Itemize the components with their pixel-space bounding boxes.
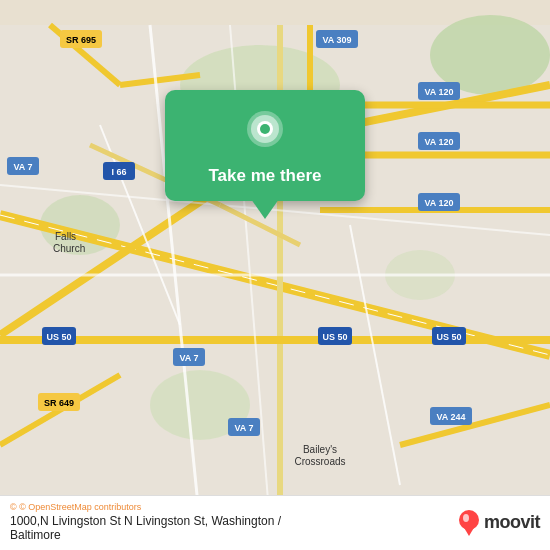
location-popup: Take me there: [165, 90, 365, 201]
svg-text:VA 7: VA 7: [179, 353, 198, 363]
svg-text:VA 7: VA 7: [13, 162, 32, 172]
attribution-text: © OpenStreetMap contributors: [19, 502, 141, 512]
svg-text:Crossroads: Crossroads: [294, 456, 345, 467]
svg-text:Falls: Falls: [55, 231, 76, 242]
svg-point-66: [463, 514, 469, 522]
osm-attribution: © © OpenStreetMap contributors: [10, 502, 281, 512]
svg-text:VA 120: VA 120: [424, 87, 453, 97]
map-container: SR 695 VA 309 VA 120 VA 120 VA 120 VA 7 …: [0, 0, 550, 550]
svg-text:US 50: US 50: [46, 332, 71, 342]
svg-text:US 50: US 50: [436, 332, 461, 342]
svg-text:VA 7: VA 7: [234, 423, 253, 433]
svg-text:US 50: US 50: [322, 332, 347, 342]
address-section: © © OpenStreetMap contributors 1000,N Li…: [10, 502, 281, 542]
svg-text:VA 120: VA 120: [424, 198, 453, 208]
moovit-pin-icon: [458, 508, 480, 536]
svg-text:SR 649: SR 649: [44, 398, 74, 408]
moovit-logo: moovit: [458, 508, 540, 536]
address-text: 1000,N Livingston St N Livingston St, Wa…: [10, 514, 281, 542]
svg-text:I 66: I 66: [111, 167, 126, 177]
moovit-brand-name: moovit: [484, 512, 540, 533]
svg-text:VA 309: VA 309: [322, 35, 351, 45]
map-svg: SR 695 VA 309 VA 120 VA 120 VA 120 VA 7 …: [0, 0, 550, 550]
svg-text:Church: Church: [53, 243, 85, 254]
svg-text:SR 695: SR 695: [66, 35, 96, 45]
bottom-info-bar: © © OpenStreetMap contributors 1000,N Li…: [0, 495, 550, 550]
copyright-symbol: ©: [10, 502, 17, 512]
svg-text:VA 244: VA 244: [436, 412, 465, 422]
take-me-there-button[interactable]: Take me there: [208, 166, 321, 186]
svg-text:VA 120: VA 120: [424, 137, 453, 147]
svg-point-63: [260, 124, 270, 134]
svg-marker-65: [463, 526, 475, 536]
svg-text:Bailey's: Bailey's: [303, 444, 337, 455]
location-pin-icon: [241, 110, 289, 158]
